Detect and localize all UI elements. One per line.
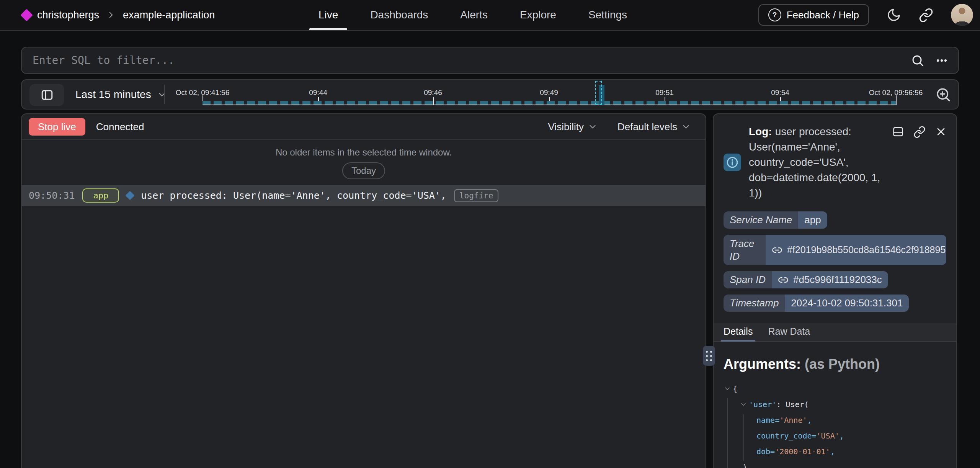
- code-token: dob=: [756, 447, 775, 456]
- sql-filter-bar: [21, 47, 959, 74]
- share-link-button[interactable]: [919, 8, 933, 22]
- code-token: ),: [743, 463, 752, 468]
- feedback-help-button[interactable]: ? Feedback / Help: [758, 4, 869, 26]
- attribute-timestamp: Timestamp 2024-10-02 09:50:31.301: [724, 295, 909, 312]
- more-options-icon[interactable]: [935, 54, 948, 67]
- moon-icon: [887, 8, 901, 22]
- split-view-icon[interactable]: [892, 126, 904, 138]
- code-token: ,: [830, 447, 835, 456]
- breadcrumb-project[interactable]: example-application: [123, 9, 215, 21]
- link-icon[interactable]: [772, 245, 782, 255]
- default-levels-dropdown[interactable]: Default levels: [615, 121, 693, 133]
- detail-title-text: User(name='Anne',: [749, 139, 917, 155]
- arguments-heading-label: Arguments:: [724, 356, 801, 372]
- log-message: user processed: User(name='Anne', countr…: [141, 190, 446, 201]
- code-token: country_code=: [756, 431, 817, 440]
- timeline-chart[interactable]: Oct 02, 09:41:56 09:44 09:46 09:49 09:51…: [22, 80, 958, 109]
- link-icon[interactable]: [778, 275, 789, 285]
- arguments-heading: Arguments: (as Python): [724, 356, 946, 372]
- chevron-right-icon: [106, 10, 116, 20]
- info-level-icon: [724, 154, 741, 171]
- attribute-value: #f2019b98b550cd8a61546c2f9188959f: [787, 244, 946, 255]
- tab-settings[interactable]: Settings: [579, 0, 636, 30]
- collapse-chevron-icon[interactable]: [740, 401, 747, 408]
- tab-alerts[interactable]: Alerts: [451, 0, 497, 30]
- tab-explore[interactable]: Explore: [511, 0, 565, 30]
- breadcrumb: christophergs example-application: [22, 0, 215, 30]
- default-levels-label: Default levels: [617, 121, 677, 133]
- zoom-in-icon: [935, 87, 951, 103]
- sql-filter-input[interactable]: [32, 54, 911, 67]
- chevron-down-icon: [588, 122, 598, 132]
- detail-tabs: Details Raw Data: [714, 323, 956, 342]
- empty-window-note: No older items in the selected time wind…: [22, 140, 706, 185]
- arguments-code-block: { 'user': User( name='Anne', country_cod…: [724, 381, 946, 468]
- code-token: 'USA': [817, 431, 840, 440]
- attribute-label: Span ID: [724, 271, 772, 288]
- collapse-chevron-icon[interactable]: [724, 385, 731, 393]
- stop-live-button[interactable]: Stop live: [29, 118, 85, 136]
- log-row[interactable]: 09:50:31 app user processed: User(name='…: [22, 185, 706, 206]
- attribute-label: Service Name: [724, 211, 798, 229]
- live-toolbar: Stop live Connected Visibility Default l…: [22, 114, 706, 140]
- timeline-tick-label: 09:44: [309, 88, 327, 97]
- code-token-group: 'user': User(: [749, 400, 809, 409]
- detail-title-text: country_code='USA',: [749, 155, 917, 170]
- copy-link-icon[interactable]: [913, 126, 926, 138]
- code-token: ,: [807, 416, 812, 425]
- attribute-value: #d5c996f11192033c: [793, 274, 882, 286]
- time-range-bar: Last 15 minutes Oct 02, 09:41:56 09:44 0…: [21, 79, 959, 110]
- service-badge: app: [82, 188, 119, 203]
- timeline-tick-label: 09:51: [655, 88, 674, 97]
- code-line: {: [724, 381, 946, 396]
- main-nav-tabs: Live Dashboards Alerts Explore Settings: [309, 0, 636, 30]
- code-line: dob='2000-01-01',: [724, 443, 946, 459]
- attribute-badges: Service Name app Trace ID #f2019b98b550c…: [724, 211, 946, 312]
- code-line: 'user': User(: [724, 396, 946, 412]
- feedback-help-label: Feedback / Help: [787, 9, 859, 21]
- code-token: :: [776, 400, 786, 409]
- code-token: ,: [840, 431, 844, 440]
- visibility-dropdown[interactable]: Visibility: [546, 121, 599, 133]
- timeline-tick: [896, 95, 897, 105]
- arguments-heading-sub: (as Python): [805, 356, 880, 372]
- tab-raw-data[interactable]: Raw Data: [768, 326, 810, 341]
- grip-dots-icon: [706, 351, 712, 361]
- spike-selection-box: [595, 81, 602, 105]
- connection-status: Connected: [96, 121, 144, 133]
- panel-resize-handle[interactable]: [703, 346, 715, 366]
- timeline-axis: [203, 105, 897, 105]
- code-line: country_code='USA',: [724, 428, 946, 443]
- breadcrumb-org[interactable]: christophergs: [37, 9, 99, 21]
- user-avatar[interactable]: [951, 4, 973, 26]
- code-token: User(: [786, 400, 808, 409]
- chevron-down-icon: [681, 122, 691, 132]
- log-detail-panel: Log:user processed: User(name='Anne', co…: [713, 113, 957, 468]
- visibility-label: Visibility: [548, 121, 583, 133]
- code-line: name='Anne',: [724, 412, 946, 428]
- code-token: '2000-01-01': [775, 447, 830, 456]
- attribute-label: Timestamp: [724, 295, 785, 312]
- live-log-panel: Stop live Connected Visibility Default l…: [21, 113, 706, 468]
- info-level-diamond-icon: [126, 191, 135, 200]
- histogram-baseline: [203, 101, 896, 105]
- code-token: name=: [756, 416, 779, 425]
- topbar-actions: ? Feedback / Help: [758, 0, 973, 30]
- code-line: ),: [724, 459, 946, 468]
- attribute-value: app: [798, 211, 827, 229]
- zoom-in-button[interactable]: [933, 80, 954, 109]
- code-token: 'user': [749, 400, 776, 409]
- logfire-logo-icon[interactable]: [20, 9, 33, 21]
- close-icon[interactable]: [935, 126, 947, 138]
- log-time: 09:50:31: [29, 190, 75, 201]
- timeline-tick-label: 09:49: [540, 88, 558, 97]
- timeline-tick-label: 09:54: [771, 88, 789, 97]
- theme-toggle-button[interactable]: [887, 8, 901, 22]
- tab-dashboards[interactable]: Dashboards: [361, 0, 437, 30]
- code-token: 'Anne': [779, 416, 807, 425]
- tab-live[interactable]: Live: [309, 0, 347, 30]
- search-icon[interactable]: [911, 54, 924, 67]
- code-token-group: country_code='USA',: [756, 431, 844, 440]
- tab-details[interactable]: Details: [724, 326, 753, 341]
- scope-badge: logfire: [454, 189, 499, 202]
